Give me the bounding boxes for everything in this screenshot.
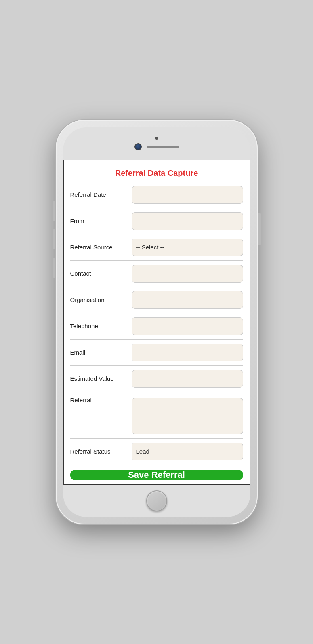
phone-top-bar xyxy=(63,127,250,160)
organisation-input[interactable] xyxy=(132,291,243,309)
save-referral-button[interactable]: Save Referral xyxy=(70,470,243,480)
contact-input[interactable] xyxy=(132,265,243,283)
referral-source-label: Referral Source xyxy=(70,243,127,251)
organisation-row: Organisation xyxy=(70,287,243,313)
form-body: Referral Date From Referral Source -- Se… xyxy=(64,182,250,465)
referral-date-label: Referral Date xyxy=(70,191,127,199)
phone-frame: Referral Data Capture Referral Date From… xyxy=(56,120,258,524)
referral-textarea[interactable] xyxy=(132,398,243,434)
estimated-value-label: Estimated Value xyxy=(70,375,127,383)
estimated-value-input[interactable] xyxy=(132,370,243,388)
referral-status-label: Referral Status xyxy=(70,448,127,456)
email-label: Email xyxy=(70,348,127,357)
referral-label: Referral xyxy=(70,396,127,404)
phone-speaker xyxy=(147,146,179,148)
estimated-value-row: Estimated Value xyxy=(70,366,243,392)
home-button[interactable] xyxy=(146,490,167,511)
referral-source-row: Referral Source -- Select -- Website Ema… xyxy=(70,234,243,261)
phone-inner: Referral Data Capture Referral Date From… xyxy=(63,127,250,517)
referral-row: Referral xyxy=(70,392,243,439)
screen: Referral Data Capture Referral Date From… xyxy=(63,160,250,485)
from-label: From xyxy=(70,217,127,225)
organisation-label: Organisation xyxy=(70,296,127,304)
telephone-row: Telephone xyxy=(70,313,243,340)
phone-dot xyxy=(155,137,158,140)
phone-bottom-bar xyxy=(63,485,250,517)
email-row: Email xyxy=(70,340,243,366)
telephone-label: Telephone xyxy=(70,322,127,330)
email-input[interactable] xyxy=(132,344,243,361)
referral-status-select[interactable]: Lead Prospect Qualified Closed Won Close… xyxy=(132,443,243,460)
telephone-input[interactable] xyxy=(132,317,243,335)
phone-top-row xyxy=(134,143,179,150)
from-row: From xyxy=(70,208,243,234)
contact-label: Contact xyxy=(70,270,127,278)
referral-status-row: Referral Status Lead Prospect Qualified … xyxy=(70,439,243,465)
referral-source-select[interactable]: -- Select -- Website Email Phone Word of… xyxy=(132,239,243,256)
referral-date-input[interactable] xyxy=(132,186,243,204)
contact-row: Contact xyxy=(70,261,243,287)
phone-camera xyxy=(134,143,142,150)
form-title: Referral Data Capture xyxy=(64,160,250,182)
referral-date-row: Referral Date xyxy=(70,182,243,208)
from-input[interactable] xyxy=(132,212,243,230)
